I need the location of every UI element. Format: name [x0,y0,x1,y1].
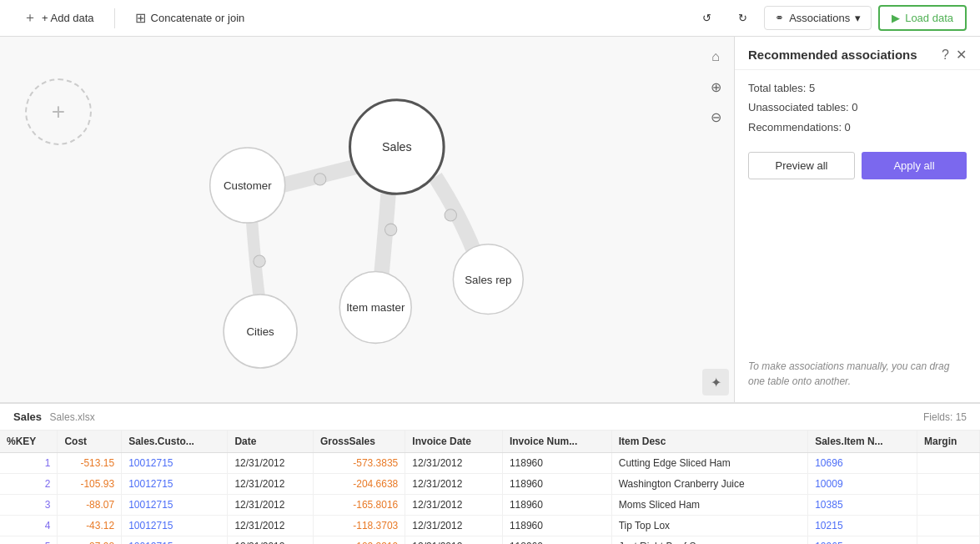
table-cell [917,516,980,536]
table-cell: 118960 [502,536,611,545]
column-header: Sales.Item N... [808,431,917,453]
table-cell: -102.3319 [313,536,405,545]
magic-wand-icon: ✦ [711,375,721,390]
concat-icon: ⊞ [135,10,146,26]
table-cell: Washington Cranberry Juice [611,474,807,495]
table-cell [917,495,980,516]
table-cell: 2 [0,474,58,495]
preview-subtitle: Sales.xlsx [50,411,95,423]
table-cell: 10009 [808,474,917,495]
apply-all-button[interactable]: Apply all [862,152,967,179]
associations-button[interactable]: ⚭ Associations ▾ [764,6,872,30]
table-cell: 10012715 [122,474,228,495]
add-data-button[interactable]: ＋ + Add data [13,4,104,32]
home-view-button[interactable]: ⌂ [702,43,729,70]
table-cell: 10012715 [122,495,228,516]
svg-point-1 [384,224,396,235]
table-cell: 12/31/2012 [405,495,503,516]
canvas-area[interactable]: + Sales Customer [0,37,734,402]
table-cell: 12/31/2012 [228,453,313,474]
table-row: 2-105.931001271512/31/2012-204.663812/31… [0,474,980,495]
table-cell: 12/31/2012 [228,516,313,536]
panel-header: Recommended associations ? ✕ [735,37,980,70]
table-cell: 10965 [808,536,917,545]
panel-actions: Preview all Apply all [735,145,980,186]
main-area: + Sales Customer [0,37,980,402]
table-cell: -105.93 [58,474,122,495]
column-header: Item Desc [611,431,807,453]
person-link-icon: ⚭ [775,12,784,24]
data-table-container[interactable]: %KEYCostSales.Custo...DateGrossSalesInvo… [0,431,980,544]
table-cell: 12/31/2012 [228,495,313,516]
concatenate-join-button[interactable]: ⊞ Concatenate or join [125,5,255,31]
toolbar-separator [114,8,115,28]
svg-text:Sales rep: Sales rep [465,274,511,286]
table-cell: -43.12 [58,516,122,536]
preview-header: Sales Sales.xlsx Fields: 15 [0,404,980,431]
column-header: GrossSales [313,431,405,453]
column-header: %KEY [0,431,58,453]
table-cell: 10696 [808,453,917,474]
right-panel: Recommended associations ? ✕ Total table… [734,37,980,402]
table-cell: 118960 [502,516,611,536]
column-header: Invoice Num... [502,431,611,453]
preview-title-group: Sales Sales.xlsx [13,411,95,423]
add-table-circle[interactable]: + [25,78,92,145]
svg-text:Customer: Customer [224,179,272,192]
panel-header-icons: ? ✕ [942,47,967,63]
svg-text:Sales: Sales [382,140,412,154]
column-header: Sales.Custo... [122,431,228,453]
undo-icon: ↺ [702,12,711,24]
zoom-in-button[interactable]: ⊕ [702,73,729,100]
table-row: 5-37.981001271512/31/2012-102.331912/31/… [0,536,980,545]
column-header: Cost [58,431,122,453]
play-circle-icon: ▶ [892,12,900,24]
svg-point-3 [254,255,265,267]
undo-button[interactable]: ↺ [692,7,721,29]
table-row: 1-513.151001271512/31/2012-573.383512/31… [0,453,980,474]
table-cell [917,453,980,474]
table-cell: 10012715 [122,516,228,536]
panel-info: To make associations manually, you can d… [735,186,980,402]
table-cell: 1 [0,453,58,474]
table-cell: 4 [0,516,58,536]
association-graph: Sales Customer Item master Cities Sales … [0,37,734,402]
load-data-button[interactable]: ▶ Load data [878,5,967,31]
zoom-out-button[interactable]: ⊖ [702,103,729,130]
zoom-out-icon: ⊖ [711,109,721,125]
svg-point-2 [445,209,456,221]
table-cell: 10012715 [122,536,228,545]
table-cell: Just Right Beef Soup [611,536,807,545]
redo-button[interactable]: ↻ [728,7,757,29]
table-cell: 12/31/2012 [405,516,503,536]
plus-icon: ＋ [23,9,37,27]
table-cell: 10215 [808,516,917,536]
home-icon: ⌂ [711,49,720,64]
table-cell: 12/31/2012 [405,536,503,545]
table-cell: 10012715 [122,453,228,474]
close-panel-button[interactable]: ✕ [956,47,967,63]
table-cell: -204.6638 [313,474,405,495]
svg-text:Item master: Item master [346,302,405,315]
side-icons-panel: ⌂ ⊕ ⊖ ✦ [697,37,734,402]
panel-title: Recommended associations [748,48,917,62]
table-header-row: %KEYCostSales.Custo...DateGrossSalesInvo… [0,431,980,453]
total-tables-stat: Total tables: 5 [748,78,967,98]
table-cell: 12/31/2012 [405,453,503,474]
table-cell [917,474,980,495]
table-row: 4-43.121001271512/31/2012-118.370312/31/… [0,516,980,536]
table-cell: 5 [0,536,58,545]
fields-count: Fields: 15 [923,411,967,423]
preview-all-button[interactable]: Preview all [748,152,855,179]
table-cell: -88.07 [58,495,122,516]
svg-text:Cities: Cities [246,325,274,338]
table-cell: 12/31/2012 [228,536,313,545]
table-cell: 10385 [808,495,917,516]
panel-stats: Total tables: 5 Unassociated tables: 0 R… [735,70,980,145]
magic-button[interactable]: ✦ [702,369,729,395]
chevron-down-icon: ▾ [855,12,861,24]
help-button[interactable]: ? [942,48,949,63]
table-cell: Cutting Edge Sliced Ham [611,453,807,474]
table-cell: -37.98 [58,536,122,545]
recommendations-stat: Recommendations: 0 [748,118,967,137]
